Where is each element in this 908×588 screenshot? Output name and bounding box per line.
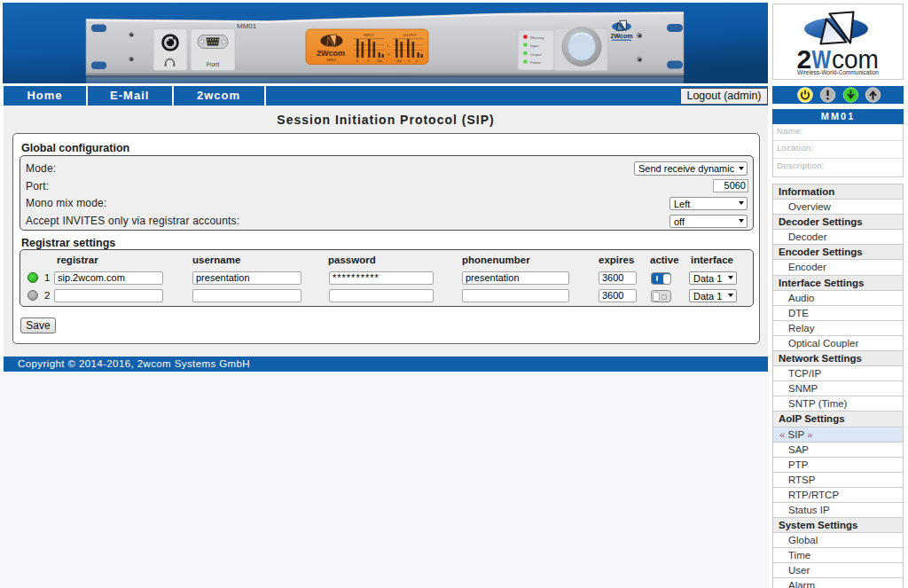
svg-text:2Wcom: 2Wcom xyxy=(611,33,633,39)
svg-text:-9: -9 xyxy=(407,59,410,63)
svg-text:0: 0 xyxy=(356,59,358,63)
svg-text:Front: Front xyxy=(207,61,220,67)
svg-text:-100: -100 xyxy=(376,59,382,63)
svg-text:Power: Power xyxy=(530,60,541,65)
svg-text:R: R xyxy=(387,53,390,57)
svg-text:L: L xyxy=(387,44,389,48)
svg-text:0: 0 xyxy=(416,59,418,63)
svg-text:Wireless-World-Communication: Wireless-World-Communication xyxy=(797,68,879,76)
svg-text:OUTPUT: OUTPUT xyxy=(403,34,417,37)
svg-text:INPUT: INPUT xyxy=(364,34,374,37)
svg-text:Warning: Warning xyxy=(530,35,544,40)
svg-text:-100: -100 xyxy=(395,59,402,63)
svg-text:MM01: MM01 xyxy=(326,58,337,62)
svg-text:-9: -9 xyxy=(366,59,369,63)
svg-text:MM01: MM01 xyxy=(237,22,257,30)
svg-text:Output: Output xyxy=(530,52,542,57)
svg-text:2Wcom: 2Wcom xyxy=(317,49,345,58)
svg-text:Input: Input xyxy=(530,43,539,48)
